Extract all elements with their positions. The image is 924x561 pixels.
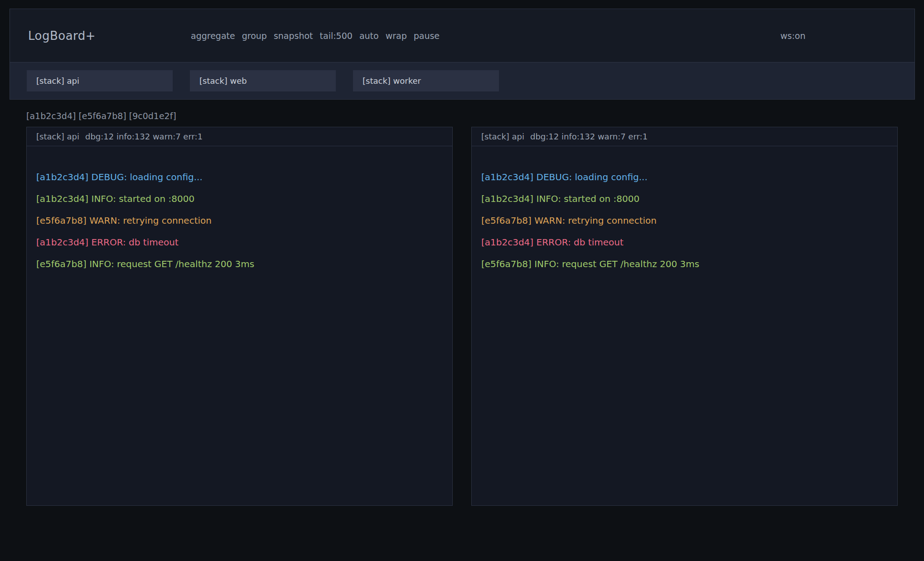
nav-item-group[interactable]: group: [242, 31, 267, 41]
panel-title: [stack] api: [481, 132, 524, 141]
log-line-info: [a1b2c3d4] INFO: started on :8000: [36, 188, 443, 210]
stack-tab-web[interactable]: [stack] web: [190, 70, 336, 91]
nav-item-wrap[interactable]: wrap: [386, 31, 407, 41]
panel-counts: dbg:12 info:132 warn:7 err:1: [85, 132, 203, 141]
nav-item-auto[interactable]: auto: [359, 31, 379, 41]
log-panel: [stack] api dbg:12 info:132 warn:7 err:1…: [26, 127, 453, 506]
log-line-error: [a1b2c3d4] ERROR: db timeout: [481, 231, 888, 253]
log-line-debug: [a1b2c3d4] DEBUG: loading config...: [36, 166, 443, 188]
log-line-info: [e5f6a7b8] INFO: request GET /healthz 20…: [36, 253, 443, 275]
nav-item-aggregate[interactable]: aggregate: [191, 31, 235, 41]
log-line-info: [e5f6a7b8] INFO: request GET /healthz 20…: [481, 253, 888, 275]
nav-item-snapshot[interactable]: snapshot: [274, 31, 313, 41]
nav-item-tail-500[interactable]: tail:500: [320, 31, 353, 41]
header-box: LogBoard+ aggregategroupsnapshottail:500…: [10, 9, 915, 100]
stack-tabs-row: [stack] api[stack] web[stack] worker: [10, 62, 914, 99]
panel-header: [stack] api dbg:12 info:132 warn:7 err:1: [472, 127, 897, 146]
stack-tab-api[interactable]: [stack] api: [27, 70, 173, 91]
ws-status-toggle[interactable]: ws:on: [780, 31, 806, 41]
app-title: LogBoard+: [28, 29, 96, 43]
panel-title: [stack] api: [36, 132, 79, 141]
panels: [stack] api dbg:12 info:132 warn:7 err:1…: [26, 127, 898, 506]
nav-item-pause[interactable]: pause: [414, 31, 440, 41]
log-line-debug: [a1b2c3d4] DEBUG: loading config...: [481, 166, 888, 188]
panel-counts: dbg:12 info:132 warn:7 err:1: [530, 132, 648, 141]
log-line-error: [a1b2c3d4] ERROR: db timeout: [36, 231, 443, 253]
log-line-warn: [e5f6a7b8] WARN: retrying connection: [481, 210, 888, 231]
panel-header: [stack] api dbg:12 info:132 warn:7 err:1: [27, 127, 452, 146]
log-line-info: [a1b2c3d4] INFO: started on :8000: [481, 188, 888, 210]
log-lines: [a1b2c3d4] DEBUG: loading config...[a1b2…: [27, 146, 452, 275]
screen: LogBoard+ aggregategroupsnapshottail:500…: [0, 0, 924, 561]
trace-ids-line: [a1b2c3d4] [e5f6a7b8] [9c0d1e2f]: [26, 111, 176, 121]
log-panel: [stack] api dbg:12 info:132 warn:7 err:1…: [471, 127, 898, 506]
log-line-warn: [e5f6a7b8] WARN: retrying connection: [36, 210, 443, 231]
stack-tab-worker[interactable]: [stack] worker: [353, 70, 499, 91]
header-topbar: LogBoard+ aggregategroupsnapshottail:500…: [10, 9, 914, 62]
header-nav: aggregategroupsnapshottail:500autowrappa…: [191, 31, 440, 41]
log-lines: [a1b2c3d4] DEBUG: loading config...[a1b2…: [472, 146, 897, 275]
